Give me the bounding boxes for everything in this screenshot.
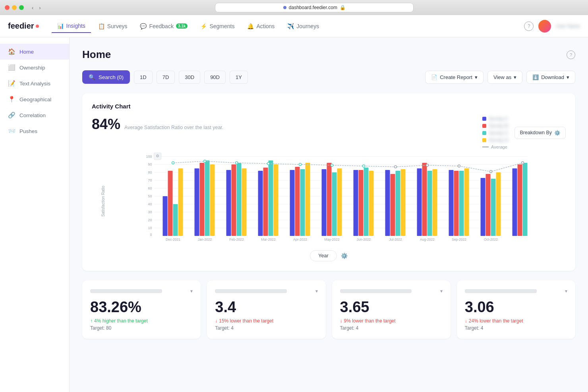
- svg-point-83: [236, 162, 238, 164]
- minimize-traffic-light[interactable]: [12, 5, 17, 10]
- svg-rect-76: [496, 172, 501, 236]
- svg-rect-34: [232, 164, 236, 236]
- svg-rect-35: [237, 163, 242, 236]
- kpi-card-2: ▾ 3.4 ↓ 15% lower than the target Target…: [207, 280, 325, 339]
- svg-rect-50: [332, 172, 337, 236]
- sidebar-item-home[interactable]: 🏠 Home: [0, 44, 69, 60]
- feedback-badge: 3.1k: [176, 23, 188, 29]
- kpi-header-4: ▾: [465, 288, 567, 294]
- nav-item-segments[interactable]: ⚡ Segments: [195, 20, 240, 33]
- legend-label-1: Survey A: [489, 116, 508, 122]
- nav-item-feedback[interactable]: 💬 Feedback 3.1k: [134, 20, 193, 33]
- nav-label-surveys: Surveys: [107, 23, 128, 29]
- help-icon[interactable]: ?: [524, 21, 534, 31]
- legend-color-4: [482, 138, 486, 142]
- kpi-trend-text-2: 15% lower than the target: [219, 318, 273, 324]
- time-btn-1y[interactable]: 1Y: [230, 71, 248, 84]
- ownership-icon: ⬜: [8, 64, 15, 71]
- svg-rect-55: [364, 168, 369, 236]
- nav-label-insights: Insights: [66, 23, 85, 29]
- kpi-value-2: 3.4: [215, 299, 317, 316]
- forward-button[interactable]: ›: [37, 4, 42, 12]
- maximize-traffic-light[interactable]: [19, 5, 24, 10]
- trend-up-icon-1: ↑: [90, 318, 93, 324]
- sidebar-item-ownership[interactable]: ⬜ Ownership: [0, 60, 69, 75]
- svg-text:60: 60: [148, 186, 152, 190]
- download-button[interactable]: ⬇️ Download ▾: [526, 71, 575, 84]
- close-traffic-light[interactable]: [5, 5, 10, 10]
- svg-rect-61: [401, 169, 406, 236]
- logo[interactable]: feedier: [8, 21, 39, 31]
- nav-item-insights[interactable]: 📊 Insights: [52, 19, 91, 33]
- sidebar-item-text-analysis[interactable]: 📝 Text Analysis: [0, 75, 69, 91]
- search-label: Search (0): [99, 74, 124, 80]
- page-help-icon[interactable]: ?: [567, 50, 575, 59]
- svg-text:10: 10: [148, 226, 152, 230]
- main-content: Home ? 🔍 Search (0) 1D 7D 30D 90D 1Y: [70, 37, 588, 392]
- kpi-chevron-3[interactable]: ▾: [440, 288, 443, 294]
- avatar-name: User Name: [556, 23, 580, 29]
- svg-rect-26: [178, 168, 183, 236]
- sidebar-item-pushes[interactable]: 📨 Pushes: [0, 123, 69, 139]
- svg-rect-41: [274, 164, 279, 236]
- feedback-icon: 💬: [140, 23, 147, 29]
- legend-label-avg: Average: [491, 145, 507, 149]
- svg-text:Apr-2022: Apr-2022: [293, 238, 307, 241]
- svg-point-92: [522, 162, 524, 164]
- avatar[interactable]: [538, 20, 551, 33]
- kpi-card-4: ▾ 3.06 ↓ 24% lower than the target Targe…: [457, 280, 575, 339]
- address-bar[interactable]: dashboard.feedier.com 🔒: [215, 3, 414, 12]
- browser-chrome: ‹ › dashboard.feedier.com 🔒: [0, 0, 588, 15]
- svg-point-86: [331, 164, 333, 166]
- kpi-grid: ▾ 83.26% ↑ 4% higher than the target Tar…: [82, 280, 575, 339]
- svg-text:Feb-2022: Feb-2022: [229, 238, 244, 241]
- kpi-chevron-4[interactable]: ▾: [565, 288, 567, 294]
- create-report-button[interactable]: 📄 Create Report ▾: [425, 71, 484, 84]
- nav-item-journeys[interactable]: ✈️ Journeys: [282, 20, 325, 33]
- kpi-label-4: [465, 289, 537, 293]
- sidebar-label-home: Home: [19, 49, 34, 55]
- kpi-chevron-2[interactable]: ▾: [315, 288, 318, 294]
- browser-navigation: ‹ ›: [30, 4, 43, 12]
- year-pill[interactable]: Year: [310, 250, 337, 261]
- time-btn-7d[interactable]: 7D: [157, 71, 175, 84]
- nav-item-actions[interactable]: 🔔 Actions: [242, 20, 280, 33]
- svg-text:100: 100: [146, 154, 152, 158]
- sidebar-item-correlation[interactable]: 🔗 Correlation: [0, 107, 69, 123]
- svg-rect-64: [422, 163, 427, 236]
- breakdown-label: Breakdown By: [520, 130, 552, 135]
- kpi-trend-3: ↓ 9% lower than the target: [340, 318, 443, 324]
- chart-legend: Survey A Survey B Survey C: [482, 116, 508, 149]
- back-button[interactable]: ‹: [30, 4, 35, 12]
- svg-rect-71: [464, 168, 469, 236]
- svg-rect-78: [513, 168, 517, 236]
- chart-subtitle: Average Satisfaction Ratio over the last…: [124, 125, 223, 130]
- text-analysis-icon: 📝: [8, 80, 15, 87]
- sidebar-label-pushes: Pushes: [19, 128, 37, 134]
- sidebar-item-geographical[interactable]: 📍 Geographical: [0, 91, 69, 107]
- view-as-label: View as: [493, 74, 511, 80]
- svg-rect-46: [306, 163, 310, 236]
- chart-settings-icon[interactable]: ⚙️: [341, 253, 348, 259]
- legend-color-1: [482, 117, 486, 121]
- actions-icon: 🔔: [247, 23, 254, 29]
- time-btn-1d[interactable]: 1D: [134, 71, 153, 84]
- search-button[interactable]: 🔍 Search (0): [82, 70, 130, 84]
- breakdown-button[interactable]: Breakdown By ⚙️: [514, 127, 566, 139]
- kpi-target-4: Target: 4: [465, 325, 567, 331]
- time-btn-30d[interactable]: 30D: [179, 71, 200, 84]
- svg-text:30: 30: [148, 210, 152, 214]
- nav-item-surveys[interactable]: 📋 Surveys: [93, 20, 133, 33]
- legend-item-3: Survey C: [482, 130, 508, 136]
- kpi-chevron-1[interactable]: ▾: [190, 288, 193, 294]
- time-btn-90d[interactable]: 90D: [204, 71, 226, 84]
- svg-rect-49: [327, 163, 332, 236]
- svg-rect-31: [210, 164, 215, 236]
- app-body: 🏠 Home ⬜ Ownership 📝 Text Analysis 📍 Geo…: [0, 37, 588, 392]
- y-axis-label: Satisfaction Ratio: [101, 186, 105, 217]
- svg-rect-63: [417, 168, 422, 236]
- kpi-label-2: [215, 289, 287, 293]
- svg-point-90: [458, 165, 460, 167]
- legend-color-3: [482, 131, 486, 135]
- view-as-button[interactable]: View as ▾: [487, 71, 522, 84]
